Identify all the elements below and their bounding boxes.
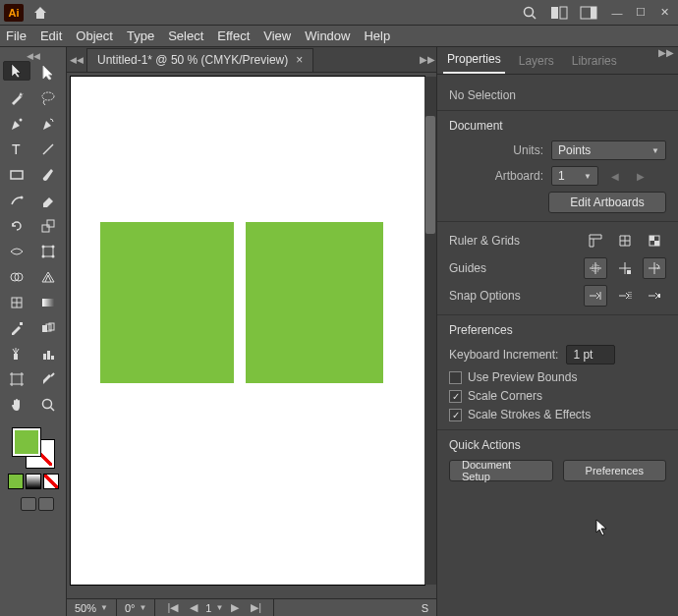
none-mode-icon[interactable] [43, 474, 59, 489]
menu-window[interactable]: Window [305, 28, 350, 43]
menu-edit[interactable]: Edit [40, 28, 62, 43]
svg-point-16 [51, 246, 54, 249]
grid-toggle-icon[interactable] [613, 230, 637, 252]
rotate-tool[interactable] [3, 214, 30, 238]
snap-options-label: Snap Options [449, 289, 576, 303]
symbol-sprayer-tool[interactable] [3, 342, 30, 365]
home-icon[interactable] [31, 4, 49, 22]
svg-rect-24 [42, 299, 54, 307]
width-tool[interactable] [3, 240, 30, 263]
ruler-toggle-icon[interactable] [584, 230, 607, 252]
artboard-prev-icon[interactable]: ◀ [606, 167, 624, 185]
lasso-tool[interactable] [34, 86, 62, 110]
window-maximize-button[interactable]: ☐ [631, 6, 650, 20]
menu-help[interactable]: Help [364, 28, 390, 43]
scale-strokes-checkbox[interactable]: ✓ Scale Strokes & Effects [449, 408, 666, 421]
menu-object[interactable]: Object [76, 28, 113, 43]
menu-view[interactable]: View [263, 28, 291, 43]
show-guides-icon[interactable] [584, 257, 607, 279]
snap-to-grid-icon[interactable] [613, 285, 637, 307]
svg-point-15 [41, 246, 44, 249]
selection-tool[interactable] [3, 61, 30, 81]
svg-rect-41 [658, 294, 660, 298]
rotation-display[interactable]: 0°▼ [117, 599, 155, 616]
paintbrush-tool[interactable] [34, 163, 62, 187]
preferences-button[interactable]: Preferences [563, 460, 667, 481]
workspace-switch-icon[interactable] [548, 3, 570, 23]
direct-selection-tool[interactable] [34, 61, 62, 84]
vertical-scrollbar[interactable] [424, 77, 436, 585]
mesh-tool[interactable] [3, 291, 30, 314]
artboard-nav-display[interactable]: |◀◀1▼▶▶| [155, 599, 274, 616]
eraser-tool[interactable] [34, 189, 62, 212]
document-tab-close-icon[interactable]: × [296, 53, 303, 67]
type-tool[interactable]: T [3, 138, 30, 161]
hand-tool[interactable] [3, 393, 30, 417]
smart-guides-icon[interactable] [643, 257, 666, 279]
ruler-grids-label: Ruler & Grids [449, 234, 576, 248]
svg-rect-29 [14, 354, 18, 360]
scrollbar-thumb[interactable] [425, 116, 435, 234]
artboard-next-icon[interactable]: ▶ [632, 167, 650, 185]
rectangle-tool[interactable] [3, 163, 30, 187]
fill-stroke-swatch[interactable] [11, 428, 56, 468]
snap-to-point-icon[interactable] [584, 285, 607, 307]
tab-libraries[interactable]: Libraries [568, 48, 621, 74]
menu-file[interactable]: File [6, 28, 27, 43]
use-preview-bounds-checkbox[interactable]: Use Preview Bounds [449, 370, 666, 384]
magic-wand-tool[interactable] [3, 86, 30, 110]
tab-layers[interactable]: Layers [515, 48, 558, 74]
menu-select[interactable]: Select [168, 28, 203, 43]
fullscreen-mode-icon[interactable] [38, 497, 54, 511]
transparency-grid-icon[interactable] [643, 230, 666, 252]
toolbox-collapse-icon[interactable]: ◀◀ [0, 51, 66, 61]
window-titlebar: Ai — ☐ ✕ [0, 0, 678, 26]
zoom-level-display[interactable]: 50%▼ [67, 599, 117, 616]
document-tab[interactable]: Untitled-1* @ 50 % (CMYK/Preview) × [86, 48, 313, 72]
tab-properties[interactable]: Properties [443, 46, 505, 74]
perspective-grid-tool[interactable] [34, 265, 62, 289]
fill-swatch[interactable] [13, 428, 40, 456]
green-rectangle-1[interactable] [100, 222, 234, 383]
canvas[interactable] [67, 73, 436, 598]
menu-type[interactable]: Type [127, 28, 154, 43]
green-rectangle-2[interactable] [246, 222, 383, 383]
gradient-tool[interactable] [34, 291, 62, 314]
document-setup-button[interactable]: Document Setup [449, 460, 553, 481]
line-segment-tool[interactable] [34, 138, 62, 161]
keyboard-increment-input[interactable]: 1 pt [566, 345, 615, 364]
menu-effect[interactable]: Effect [217, 28, 250, 43]
scale-corners-checkbox[interactable]: ✓ Scale Corners [449, 389, 666, 403]
lock-guides-icon[interactable] [613, 257, 637, 279]
blend-tool[interactable] [34, 316, 62, 340]
quick-actions-title: Quick Actions [449, 438, 666, 452]
normal-screen-mode-icon[interactable] [21, 497, 36, 511]
artboard[interactable] [71, 77, 424, 585]
column-graph-tool[interactable] [34, 342, 62, 365]
artboard-tool[interactable] [3, 367, 30, 391]
tab-scroll-left-icon[interactable]: ◀◀ [67, 55, 86, 65]
search-icon[interactable] [519, 3, 540, 23]
window-minimize-button[interactable]: — [607, 6, 627, 20]
zoom-tool[interactable] [34, 393, 62, 417]
shaper-tool[interactable] [3, 189, 30, 212]
shape-builder-tool[interactable] [3, 265, 30, 289]
units-select[interactable]: Points▼ [551, 140, 666, 160]
svg-rect-13 [47, 220, 54, 227]
snap-to-pixel-icon[interactable] [643, 285, 666, 307]
edit-artboards-button[interactable]: Edit Artboards [548, 192, 666, 213]
gradient-mode-icon[interactable] [26, 474, 41, 489]
color-mode-icon[interactable] [8, 474, 24, 489]
artboard-select[interactable]: 1▼ [551, 166, 598, 186]
free-transform-tool[interactable] [34, 240, 62, 263]
slice-tool[interactable] [34, 367, 62, 391]
window-close-button[interactable]: ✕ [654, 6, 674, 20]
use-preview-bounds-label: Use Preview Bounds [468, 370, 577, 384]
panel-collapse-icon[interactable]: ▶▶ [419, 54, 436, 65]
arrange-documents-icon[interactable] [578, 3, 599, 23]
panel-expand-icon[interactable]: ▶▶ [658, 47, 674, 58]
curvature-tool[interactable] [34, 112, 62, 136]
scale-tool[interactable] [34, 214, 62, 238]
eyedropper-tool[interactable] [3, 316, 30, 340]
pen-tool[interactable] [3, 112, 30, 136]
